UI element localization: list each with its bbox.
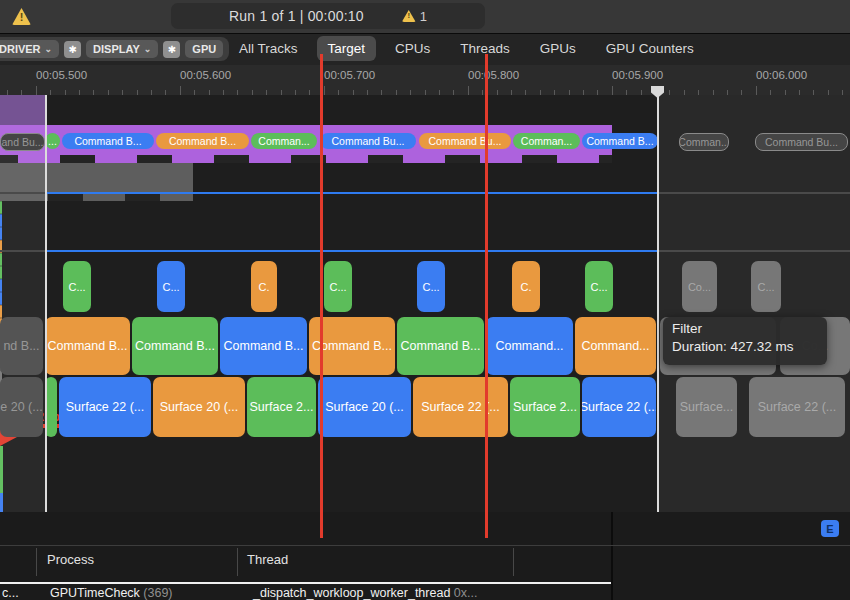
driver-dropdown[interactable]: DRIVER ⌄	[0, 40, 59, 58]
encoder-block[interactable]: C...	[324, 261, 352, 312]
encoder-block[interactable]: C...	[157, 261, 185, 312]
command-buffer-block[interactable]: Command B...	[45, 317, 130, 375]
ruler-label: 00:05.700	[324, 69, 375, 81]
display-dropdown[interactable]: DISPLAY ⌄	[86, 40, 158, 58]
run-warning-group[interactable]: ! 1	[402, 9, 427, 24]
ruler-tick	[324, 86, 325, 95]
detail-panel: Process Thread c... GPUTimeCheck (369) _…	[0, 512, 850, 600]
command-buffer-block[interactable]: Command...	[575, 317, 656, 375]
command-buffer-pill[interactable]: Comman...	[251, 133, 317, 149]
encoder-block[interactable]: C...	[63, 261, 91, 312]
ruler-label: 00:05.800	[468, 69, 519, 81]
tab-gpu-counters[interactable]: GPU Counters	[595, 36, 705, 61]
command-buffer-pill[interactable]: Command B...	[582, 133, 658, 149]
surface-block[interactable]: Surface 20 (...	[153, 377, 245, 437]
row-separator	[0, 582, 611, 584]
ruler-tick	[468, 86, 469, 95]
run-label: Run 1 of 1 | 00:00:10	[229, 8, 364, 24]
warning-count: 1	[420, 9, 427, 24]
command-buffer-pill[interactable]: Comman...	[513, 133, 580, 149]
warning-exclamation: !	[12, 11, 31, 23]
command-buffer-pill[interactable]: Command Bu...	[755, 133, 848, 151]
gpu-label: GPU	[192, 43, 216, 55]
ruler-tick	[756, 86, 757, 95]
asterisk-icon: ✱	[68, 44, 76, 55]
tab-gpus[interactable]: GPUs	[529, 36, 587, 61]
surface-block[interactable]: Surface 22 (...	[749, 377, 845, 437]
surface-block[interactable]: Surface 22 (...	[59, 377, 151, 437]
gpu-activity-notches	[0, 155, 612, 163]
tab-cpus[interactable]: CPUs	[384, 36, 441, 61]
display-options-button[interactable]: ✱	[163, 41, 180, 58]
display-label: DISPLAY	[93, 43, 140, 55]
column-divider[interactable]	[36, 548, 37, 576]
filter-tooltip: FilterDuration: 427.32 ms	[663, 317, 827, 365]
panel-divider	[611, 512, 613, 600]
warning-icon[interactable]: !	[12, 8, 31, 25]
ruler-label: 00:06.000	[756, 69, 807, 81]
encoder-block[interactable]: C...	[751, 261, 781, 312]
command-buffer-pill[interactable]: and Bu...	[0, 133, 45, 151]
instruments-window: ! Run 1 of 1 | 00:00:10 ! 1 DRIVER ⌄ ✱	[0, 0, 850, 600]
timeline-ruler[interactable]: 00:05.50000:05.60000:05.70000:05.80000:0…	[0, 65, 850, 96]
ruler-label: 00:05.600	[180, 69, 231, 81]
timeline-tracks: and Bu......Command B...Command B...Comm…	[0, 95, 850, 512]
surface-block[interactable]: Surface 22 (...	[582, 377, 656, 437]
command-buffer-block[interactable]: nd B...	[0, 317, 43, 375]
tab-all-tracks[interactable]: All Tracks	[228, 36, 309, 61]
ruler-tick	[180, 86, 181, 95]
track-scope-tabs: All TracksTargetCPUsThreadsGPUsGPU Count…	[228, 36, 705, 61]
encoder-block[interactable]: C...	[585, 261, 613, 312]
tooltip-duration: Duration: 427.32 ms	[672, 338, 818, 356]
vsync-line	[45, 192, 657, 194]
driver-label: DRIVER	[0, 43, 41, 55]
tooltip-title: Filter	[672, 320, 818, 338]
ruler-tick	[612, 86, 613, 95]
gpu-button[interactable]: GPU	[185, 40, 223, 58]
command-buffer-block[interactable]: Command B...	[397, 317, 484, 375]
command-buffer-pill[interactable]: Command Bu...	[419, 133, 511, 149]
toolbar: DRIVER ⌄ ✱ DISPLAY ⌄ ✱ GPU All TracksTar…	[0, 34, 850, 66]
column-divider[interactable]	[513, 548, 514, 576]
command-buffer-pill[interactable]: Comman...	[679, 133, 729, 151]
warning-exclamation: !	[402, 11, 416, 20]
command-buffer-pill[interactable]: Command B...	[62, 133, 154, 149]
surface-block[interactable]	[45, 377, 57, 437]
command-buffer-block[interactable]: Command B...	[132, 317, 218, 375]
surface-block[interactable]: Surface 20 (...	[318, 377, 411, 437]
surface-block[interactable]: Surface 2...	[510, 377, 580, 437]
selection-start-line[interactable]	[45, 95, 47, 512]
surface-block[interactable]: Surface 22 (...	[413, 377, 508, 437]
asterisk-icon: ✱	[168, 44, 176, 55]
command-buffer-block[interactable]: Command...	[486, 317, 573, 375]
chevron-down-icon: ⌄	[45, 44, 53, 54]
playhead-line[interactable]	[657, 95, 659, 512]
run-status-pill[interactable]: Run 1 of 1 | 00:00:10 ! 1	[171, 3, 485, 29]
ruler-label: 00:05.500	[36, 69, 87, 81]
header-separator	[0, 545, 850, 546]
e-badge[interactable]: E	[821, 520, 839, 537]
surface-block[interactable]: Surface...	[676, 377, 737, 437]
column-divider[interactable]	[237, 548, 238, 576]
command-buffer-block[interactable]: Command B...	[220, 317, 307, 375]
warning-icon-small: !	[402, 10, 416, 22]
encoder-block[interactable]: C...	[417, 261, 445, 312]
annotation-line-left	[320, 54, 323, 538]
driver-options-button[interactable]: ✱	[64, 41, 81, 58]
tab-target[interactable]: Target	[317, 36, 377, 61]
thread-address: 0x...	[454, 586, 478, 600]
surface-block[interactable]: e 20 (...	[0, 377, 43, 437]
command-buffer-pill[interactable]: Command Bu...	[320, 133, 416, 149]
thread-column-header[interactable]: Thread	[247, 552, 288, 567]
command-buffer-pill[interactable]: Command B...	[156, 133, 249, 149]
encoder-block[interactable]: C.	[512, 261, 540, 312]
process-column-header[interactable]: Process	[47, 552, 94, 567]
thread-cell: _dispatch_workloop_worker_thread 0x...	[253, 586, 477, 600]
encoder-block[interactable]: C.	[251, 261, 277, 312]
command-buffer-pill[interactable]: ...	[45, 133, 60, 149]
instrument-button-group: DRIVER ⌄ ✱ DISPLAY ⌄ ✱ GPU	[0, 37, 229, 61]
surface-block[interactable]: Surface 2...	[247, 377, 316, 437]
encoder-block[interactable]: Co...	[682, 261, 717, 312]
vsync-line	[45, 250, 657, 252]
table-row[interactable]: c... GPUTimeCheck (369) _dispatch_worklo…	[0, 586, 611, 600]
